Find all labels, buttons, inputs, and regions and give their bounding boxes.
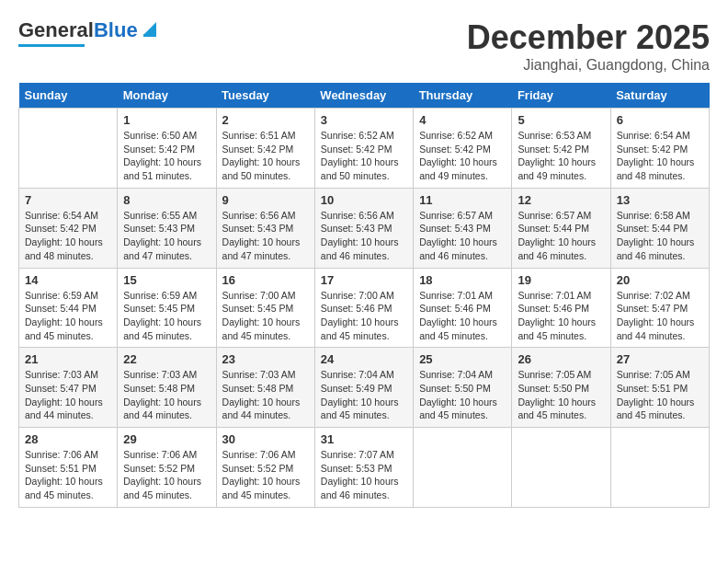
calendar-cell: 31Sunrise: 7:07 AM Sunset: 5:53 PM Dayli…: [314, 428, 413, 508]
calendar-cell: 26Sunrise: 7:05 AM Sunset: 5:50 PM Dayli…: [512, 348, 610, 428]
title-area: December 2025 Jianghai, Guangdong, China: [467, 18, 710, 74]
calendar-cell: 21Sunrise: 7:03 AM Sunset: 5:47 PM Dayli…: [19, 348, 118, 428]
cell-info: Sunrise: 7:04 AM Sunset: 5:50 PM Dayligh…: [419, 368, 506, 422]
calendar-cell: 20Sunrise: 7:02 AM Sunset: 5:47 PM Dayli…: [610, 268, 709, 348]
calendar-cell: 14Sunrise: 6:59 AM Sunset: 5:44 PM Dayli…: [19, 268, 118, 348]
calendar-cell: [19, 109, 118, 189]
calendar-cell: 7Sunrise: 6:54 AM Sunset: 5:42 PM Daylig…: [19, 188, 118, 268]
cell-info: Sunrise: 7:06 AM Sunset: 5:52 PM Dayligh…: [222, 448, 309, 502]
calendar-cell: 1Sunrise: 6:50 AM Sunset: 5:42 PM Daylig…: [118, 109, 216, 189]
calendar-cell: [512, 428, 610, 508]
day-number: 9: [222, 193, 309, 207]
calendar-week-1: 1Sunrise: 6:50 AM Sunset: 5:42 PM Daylig…: [19, 109, 710, 189]
day-number: 8: [123, 193, 210, 207]
day-number: 27: [617, 352, 703, 366]
calendar-header-row: SundayMondayTuesdayWednesdayThursdayFrid…: [19, 83, 710, 109]
day-number: 2: [222, 113, 309, 127]
calendar-cell: 22Sunrise: 7:03 AM Sunset: 5:48 PM Dayli…: [118, 348, 216, 428]
calendar-cell: 23Sunrise: 7:03 AM Sunset: 5:48 PM Dayli…: [216, 348, 314, 428]
day-number: 16: [222, 273, 309, 287]
calendar-table: SundayMondayTuesdayWednesdayThursdayFrid…: [18, 83, 710, 508]
calendar-cell: 3Sunrise: 6:52 AM Sunset: 5:42 PM Daylig…: [314, 109, 413, 189]
calendar-cell: 11Sunrise: 6:57 AM Sunset: 5:43 PM Dayli…: [414, 188, 512, 268]
day-number: 21: [25, 352, 111, 366]
cell-info: Sunrise: 6:55 AM Sunset: 5:43 PM Dayligh…: [123, 209, 210, 263]
logo-underline: [18, 44, 85, 47]
calendar-cell: [610, 428, 709, 508]
calendar-cell: 15Sunrise: 6:59 AM Sunset: 5:45 PM Dayli…: [118, 268, 216, 348]
calendar-cell: 12Sunrise: 6:57 AM Sunset: 5:44 PM Dayli…: [512, 188, 610, 268]
day-number: 1: [123, 113, 210, 127]
cell-info: Sunrise: 7:00 AM Sunset: 5:46 PM Dayligh…: [321, 289, 407, 343]
day-number: 6: [617, 113, 703, 127]
calendar-week-5: 28Sunrise: 7:06 AM Sunset: 5:51 PM Dayli…: [19, 428, 710, 508]
calendar-cell: 13Sunrise: 6:58 AM Sunset: 5:44 PM Dayli…: [610, 188, 709, 268]
cell-info: Sunrise: 6:52 AM Sunset: 5:42 PM Dayligh…: [321, 129, 407, 183]
calendar-cell: 27Sunrise: 7:05 AM Sunset: 5:51 PM Dayli…: [610, 348, 709, 428]
cell-info: Sunrise: 6:53 AM Sunset: 5:42 PM Dayligh…: [518, 129, 604, 183]
column-header-friday: Friday: [512, 83, 610, 109]
cell-info: Sunrise: 6:57 AM Sunset: 5:44 PM Dayligh…: [518, 209, 604, 263]
cell-info: Sunrise: 6:58 AM Sunset: 5:44 PM Dayligh…: [617, 209, 703, 263]
calendar-cell: 5Sunrise: 6:53 AM Sunset: 5:42 PM Daylig…: [512, 109, 610, 189]
calendar-cell: 30Sunrise: 7:06 AM Sunset: 5:52 PM Dayli…: [216, 428, 314, 508]
logo: General Blue: [18, 18, 160, 47]
cell-info: Sunrise: 7:03 AM Sunset: 5:48 PM Dayligh…: [222, 368, 309, 422]
cell-info: Sunrise: 7:03 AM Sunset: 5:48 PM Dayligh…: [123, 368, 210, 422]
calendar-cell: 8Sunrise: 6:55 AM Sunset: 5:43 PM Daylig…: [118, 188, 216, 268]
cell-info: Sunrise: 7:01 AM Sunset: 5:46 PM Dayligh…: [518, 289, 604, 343]
cell-info: Sunrise: 6:59 AM Sunset: 5:45 PM Dayligh…: [123, 289, 210, 343]
day-number: 14: [25, 273, 111, 287]
column-header-saturday: Saturday: [610, 83, 709, 109]
calendar-cell: 9Sunrise: 6:56 AM Sunset: 5:43 PM Daylig…: [216, 188, 314, 268]
cell-info: Sunrise: 6:54 AM Sunset: 5:42 PM Dayligh…: [25, 209, 111, 263]
day-number: 20: [617, 273, 703, 287]
cell-info: Sunrise: 7:02 AM Sunset: 5:47 PM Dayligh…: [617, 289, 703, 343]
cell-info: Sunrise: 7:06 AM Sunset: 5:51 PM Dayligh…: [25, 448, 111, 502]
svg-marker-0: [143, 22, 156, 35]
calendar-week-3: 14Sunrise: 6:59 AM Sunset: 5:44 PM Dayli…: [19, 268, 710, 348]
day-number: 7: [25, 193, 111, 207]
column-header-tuesday: Tuesday: [216, 83, 314, 109]
cell-info: Sunrise: 7:06 AM Sunset: 5:52 PM Dayligh…: [123, 448, 210, 502]
cell-info: Sunrise: 7:00 AM Sunset: 5:45 PM Dayligh…: [222, 289, 309, 343]
cell-info: Sunrise: 7:05 AM Sunset: 5:51 PM Dayligh…: [617, 368, 703, 422]
calendar-cell: 2Sunrise: 6:51 AM Sunset: 5:42 PM Daylig…: [216, 109, 314, 189]
calendar-cell: 29Sunrise: 7:06 AM Sunset: 5:52 PM Dayli…: [118, 428, 216, 508]
calendar-cell: 16Sunrise: 7:00 AM Sunset: 5:45 PM Dayli…: [216, 268, 314, 348]
calendar-cell: 24Sunrise: 7:04 AM Sunset: 5:49 PM Dayli…: [314, 348, 413, 428]
calendar-cell: 18Sunrise: 7:01 AM Sunset: 5:46 PM Dayli…: [414, 268, 512, 348]
day-number: 30: [222, 432, 309, 446]
day-number: 13: [617, 193, 703, 207]
day-number: 17: [321, 273, 407, 287]
calendar-cell: [414, 428, 512, 508]
cell-info: Sunrise: 6:56 AM Sunset: 5:43 PM Dayligh…: [222, 209, 309, 263]
day-number: 25: [419, 352, 506, 366]
cell-info: Sunrise: 6:56 AM Sunset: 5:43 PM Dayligh…: [321, 209, 407, 263]
day-number: 28: [25, 432, 111, 446]
calendar-cell: 28Sunrise: 7:06 AM Sunset: 5:51 PM Dayli…: [19, 428, 118, 508]
day-number: 4: [419, 113, 506, 127]
cell-info: Sunrise: 6:54 AM Sunset: 5:42 PM Dayligh…: [617, 129, 703, 183]
logo-icon: [140, 18, 160, 39]
column-header-wednesday: Wednesday: [314, 83, 413, 109]
day-number: 29: [123, 432, 210, 446]
day-number: 24: [321, 352, 407, 366]
day-number: 3: [321, 113, 407, 127]
calendar-cell: 4Sunrise: 6:52 AM Sunset: 5:42 PM Daylig…: [414, 109, 512, 189]
day-number: 5: [518, 113, 604, 127]
month-year-title: December 2025: [467, 18, 710, 57]
cell-info: Sunrise: 7:04 AM Sunset: 5:49 PM Dayligh…: [321, 368, 407, 422]
calendar-cell: 19Sunrise: 7:01 AM Sunset: 5:46 PM Dayli…: [512, 268, 610, 348]
svg-rect-1: [143, 34, 156, 37]
cell-info: Sunrise: 7:03 AM Sunset: 5:47 PM Dayligh…: [25, 368, 111, 422]
day-number: 23: [222, 352, 309, 366]
cell-info: Sunrise: 6:57 AM Sunset: 5:43 PM Dayligh…: [419, 209, 506, 263]
day-number: 22: [123, 352, 210, 366]
day-number: 11: [419, 193, 506, 207]
calendar-cell: 25Sunrise: 7:04 AM Sunset: 5:50 PM Dayli…: [414, 348, 512, 428]
column-header-thursday: Thursday: [414, 83, 512, 109]
day-number: 31: [321, 432, 407, 446]
day-number: 26: [518, 352, 604, 366]
cell-info: Sunrise: 6:59 AM Sunset: 5:44 PM Dayligh…: [25, 289, 111, 343]
